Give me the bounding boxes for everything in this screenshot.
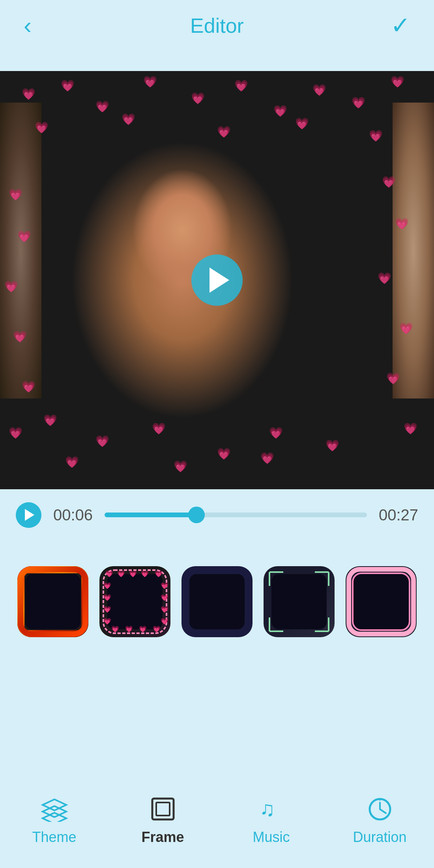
nav-item-theme[interactable]: Theme [0, 795, 108, 846]
theme-label: Theme [32, 829, 76, 846]
playback-controls: 00:06 00:27 [0, 489, 434, 541]
progress-fill [105, 513, 196, 517]
play-small-button[interactable] [16, 502, 41, 528]
svg-line-12 [380, 809, 386, 813]
nav-item-music[interactable]: ♫ Music [217, 795, 326, 846]
music-label: Music [253, 829, 290, 846]
svg-text:♫: ♫ [260, 797, 275, 820]
frame-5-svg [346, 566, 417, 637]
nav-item-duration[interactable]: Duration [326, 795, 434, 846]
frame-1-svg [17, 566, 88, 637]
frame-4-svg [264, 566, 335, 637]
top-spacer [0, 51, 434, 71]
progress-thumb[interactable] [188, 507, 205, 523]
music-icon: ♫ [256, 795, 287, 823]
confirm-button[interactable]: ✓ [391, 14, 410, 37]
header: ‹ Editor ✓ [0, 0, 434, 51]
svg-point-13 [379, 798, 381, 801]
play-small-icon [25, 509, 34, 521]
side-photo-left [0, 103, 41, 398]
svg-marker-4 [43, 799, 66, 810]
frame-item-2[interactable]: 💗 💗 💗 💗 💗 💗 💗 💗 💗 💗 💗 💗 💗 💗 💗 💗 💗 [99, 566, 170, 637]
svg-marker-5 [43, 806, 66, 817]
svg-rect-3 [353, 573, 410, 630]
frame-icon [147, 795, 179, 823]
total-time: 00:27 [379, 506, 418, 524]
page-title: Editor [190, 14, 244, 37]
duration-icon [364, 795, 396, 823]
svg-rect-1 [103, 570, 166, 633]
frame-label: Frame [141, 829, 184, 846]
theme-icon [39, 795, 70, 823]
frame-item-3[interactable]: ✓ [181, 566, 253, 637]
current-time: 00:06 [53, 506, 93, 524]
bottom-navigation: Theme Frame ♫ Music [0, 781, 434, 868]
back-button[interactable]: ‹ [24, 14, 32, 37]
progress-bar[interactable] [105, 513, 367, 517]
video-preview[interactable]: 💗 💗 💗 💗 💗 💗 💗 💗 💗 💗 💗 💗 💗 💗 💗 💗 💗 💗 💗 💗 … [0, 71, 434, 489]
duration-label: Duration [353, 829, 406, 846]
svg-rect-8 [156, 803, 170, 816]
play-button[interactable] [191, 254, 243, 306]
frame-item-5[interactable] [346, 566, 417, 637]
svg-rect-0 [21, 569, 85, 634]
frame-3-inner [189, 574, 245, 629]
play-icon [210, 268, 229, 293]
frame-strip: 💗 💗 💗 💗 💗 💗 💗 💗 💗 💗 💗 💗 💗 💗 💗 💗 💗 ✓ [0, 541, 434, 663]
svg-rect-2 [349, 569, 413, 634]
frame-item-1[interactable] [17, 566, 88, 637]
side-photo-right [393, 103, 434, 398]
frame-item-4[interactable] [264, 566, 335, 637]
nav-item-frame[interactable]: Frame [108, 795, 217, 846]
